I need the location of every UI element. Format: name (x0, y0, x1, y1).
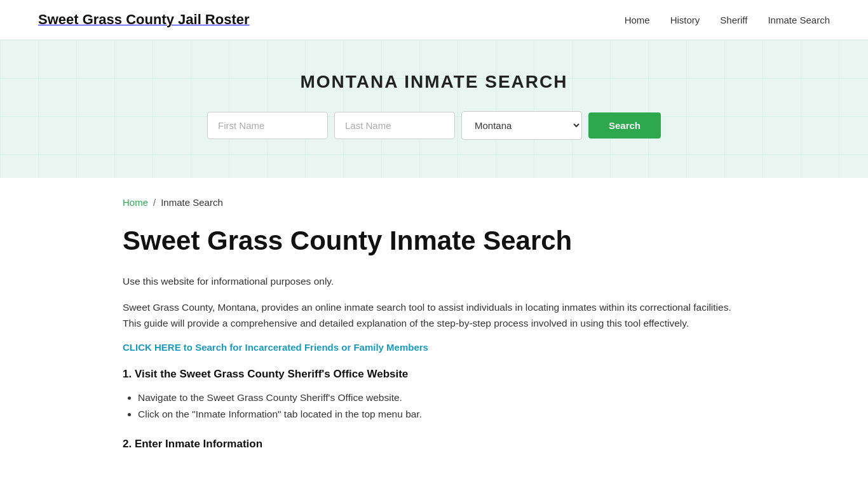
main-nav: Home History Sheriff Inmate Search (625, 15, 830, 25)
last-name-input[interactable] (334, 112, 455, 139)
nav-home[interactable]: Home (625, 15, 650, 25)
site-title: Sweet Grass County Jail Roster (38, 11, 250, 27)
nav-inmate-search[interactable]: Inmate Search (768, 15, 830, 25)
breadcrumb-current: Inmate Search (161, 197, 223, 208)
nav-sheriff[interactable]: Sheriff (720, 15, 747, 25)
list-item: Click on the "Inmate Information" tab lo… (138, 406, 745, 423)
list-item: Navigate to the Sweet Grass County Sheri… (138, 390, 745, 406)
search-button[interactable]: Search (588, 112, 661, 139)
body-paragraph: Sweet Grass County, Montana, provides an… (123, 300, 745, 332)
section1-list: Navigate to the Sweet Grass County Sheri… (138, 390, 745, 423)
main-content: Home / Inmate Search Sweet Grass County … (85, 178, 783, 488)
first-name-input[interactable] (207, 112, 328, 139)
section1-heading: 1. Visit the Sweet Grass County Sheriff'… (123, 368, 745, 381)
nav-history[interactable]: History (670, 15, 700, 25)
breadcrumb-home[interactable]: Home (123, 197, 148, 208)
click-here-link[interactable]: CLICK HERE to Search for Incarcerated Fr… (123, 342, 745, 353)
hero-title: MONTANA INMATE SEARCH (13, 72, 855, 92)
hero-banner: MONTANA INMATE SEARCH MontanaAlabamaAlas… (0, 40, 868, 178)
breadcrumb-separator: / (153, 197, 156, 208)
site-title-link[interactable]: Sweet Grass County Jail Roster (38, 11, 250, 28)
breadcrumb: Home / Inmate Search (123, 197, 745, 208)
intro-text: Use this website for informational purpo… (123, 274, 745, 290)
page-heading: Sweet Grass County Inmate Search (123, 226, 745, 256)
search-form: MontanaAlabamaAlaskaArizonaArkansasCalif… (13, 111, 855, 140)
site-header: Sweet Grass County Jail Roster Home Hist… (0, 0, 868, 40)
section2-heading: 2. Enter Inmate Information (123, 438, 745, 451)
state-select[interactable]: MontanaAlabamaAlaskaArizonaArkansasCalif… (461, 111, 582, 140)
